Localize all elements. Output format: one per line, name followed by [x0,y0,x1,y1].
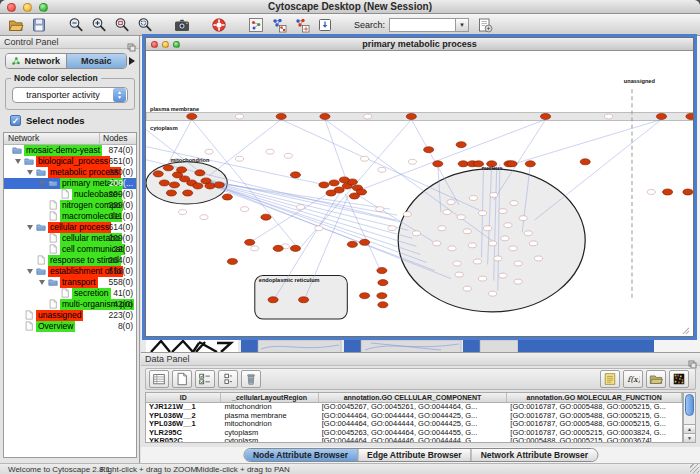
node[interactable] [329,180,339,186]
node[interactable] [605,114,613,119]
float-panel-icon[interactable] [127,38,136,56]
scroll-down-button[interactable]: ▼ [684,433,695,442]
resize-grip[interactable] [690,464,699,473]
tab-node-attribute-browser[interactable]: Node Attribute Browser [244,449,357,461]
node[interactable] [377,293,387,299]
node[interactable] [159,180,169,186]
node[interactable] [290,245,300,251]
node[interactable] [187,113,197,119]
tree-row[interactable]: cell communicat22(0) [4,244,136,255]
node[interactable] [222,194,232,200]
node[interactable] [580,159,590,165]
node[interactable] [424,147,434,153]
node[interactable] [227,258,237,264]
tree-row[interactable]: mosaic-demo-yeast874(0) [4,145,136,156]
table-column-header[interactable]: ID [146,393,221,402]
node[interactable] [377,268,387,274]
overview-panel-button[interactable] [246,15,266,34]
node[interactable] [360,293,370,299]
node[interactable] [261,214,271,220]
attr-pair-button[interactable] [218,370,238,388]
tree-row[interactable]: multi-organism pro42(0) [4,299,136,310]
disclosure-triangle-icon[interactable] [39,181,45,186]
node[interactable] [163,165,173,171]
import-table-button[interactable] [315,15,335,34]
node[interactable] [524,231,532,236]
network-graph[interactable]: plasma membranecytoplasmmitochondrionnuc… [146,51,693,336]
node[interactable] [378,302,388,308]
node[interactable] [360,239,370,245]
node[interactable] [245,239,255,245]
node[interactable] [205,183,215,189]
node[interactable] [378,167,386,172]
zoom-out-button[interactable] [66,15,86,34]
node[interactable] [514,261,522,266]
node[interactable] [408,159,416,164]
node[interactable] [519,216,527,221]
node[interactable] [489,241,497,246]
tab-overflow-button[interactable] [129,57,135,65]
node[interactable] [315,226,323,231]
node[interactable] [347,241,357,247]
tree-row[interactable]: macromolecule311(0) [4,211,136,222]
search-options-button[interactable] [475,15,495,34]
node[interactable] [251,246,259,251]
node[interactable] [463,286,471,291]
node[interactable] [296,205,304,210]
node[interactable] [507,161,517,167]
table-scrollbar[interactable]: ▲ ▼ [683,392,696,443]
node[interactable] [489,291,497,296]
node[interactable] [433,161,443,167]
node[interactable] [364,114,372,119]
node[interactable] [509,246,517,251]
node[interactable] [412,231,420,236]
tab-edge-attribute-browser[interactable]: Edge Attribute Browser [357,449,471,461]
node[interactable] [473,259,481,264]
node[interactable] [438,226,446,231]
zoom-selected-button[interactable] [112,15,132,34]
node[interactable] [339,177,349,183]
node[interactable] [501,236,509,241]
disclosure-triangle-icon[interactable] [27,225,33,230]
node[interactable] [490,193,498,198]
node-color-dropdown[interactable]: transporter activity ▲▼ [12,87,128,103]
node[interactable] [200,215,208,220]
node[interactable] [510,201,518,206]
node[interactable] [478,211,486,216]
tree-column-nodes[interactable]: Nodes [100,133,136,144]
tab-mosaic[interactable]: Mosaic [66,54,127,68]
table-column-header[interactable]: annotation.GO CELLULAR_COMPONENT [319,393,508,402]
attr-create-button[interactable] [172,370,192,388]
node[interactable] [166,190,176,196]
tree-row[interactable]: nucleobase-209(0) [4,189,136,200]
node[interactable] [469,196,477,201]
node[interactable] [299,297,309,303]
table-row[interactable]: YPL036W__2plasma membrane[GO:0044464, GO… [146,412,682,421]
disclosure-triangle-icon[interactable] [27,170,33,175]
node[interactable] [463,229,471,234]
node[interactable] [378,280,388,286]
import-attrs-button[interactable] [646,370,666,388]
tree-row[interactable]: establishment of lo558(0) [4,266,136,277]
node[interactable] [447,200,455,205]
node[interactable] [455,272,463,277]
annotation-transfer-a-button[interactable] [269,15,289,34]
node[interactable] [235,114,243,119]
tree-row[interactable]: metabolic process280(0) [4,167,136,178]
node[interactable] [403,212,411,217]
open-session-button[interactable] [6,15,26,34]
node[interactable] [540,113,550,119]
tree-row[interactable]: biological_process651(0) [4,156,136,167]
scrollbar-thumb[interactable] [685,394,694,416]
node[interactable] [284,153,292,158]
matrix-button[interactable] [669,370,689,388]
node[interactable] [326,190,336,196]
table-row[interactable]: YPL036W__1mitochondrion[GO:0044464, GO:0… [146,420,682,429]
node[interactable] [525,161,535,167]
node[interactable] [268,297,278,303]
node[interactable] [205,149,213,154]
node[interactable] [514,279,522,284]
tree-row[interactable]: response to stimul264(0) [4,255,136,266]
notes-button[interactable] [600,370,620,388]
node[interactable] [494,256,502,261]
